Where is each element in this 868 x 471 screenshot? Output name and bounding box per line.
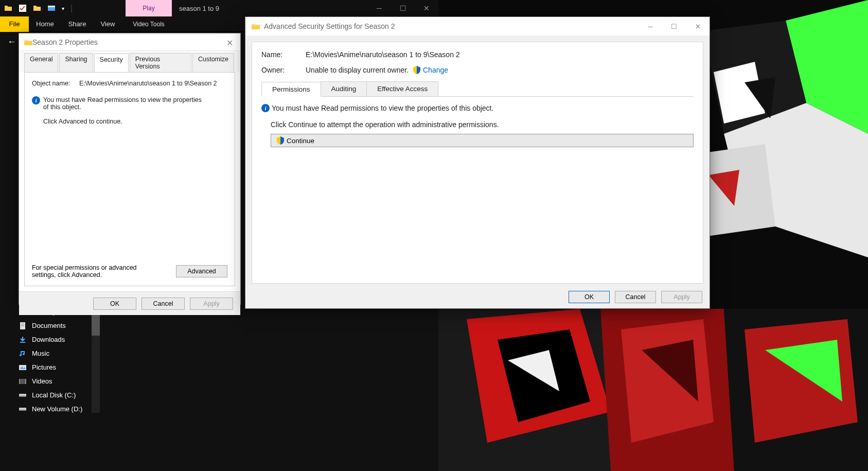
owner-label: Owner: [261, 66, 306, 74]
tab-sharing[interactable]: Sharing [59, 53, 93, 72]
svg-rect-31 [25, 379, 26, 384]
minimize-button[interactable]: ─ [639, 17, 662, 36]
svg-marker-16 [745, 319, 858, 443]
advanced-button[interactable]: Advanced [176, 265, 227, 277]
file-tab[interactable]: File [0, 16, 29, 32]
shield-icon [413, 66, 421, 74]
minimize-button[interactable]: ─ [367, 0, 391, 16]
ok-button[interactable]: OK [93, 298, 136, 310]
svg-rect-35 [19, 410, 26, 411]
svg-marker-13 [621, 319, 714, 443]
folder-icon [4, 4, 12, 12]
advanced-security-dialog: Advanced Security Settings for Season 2 … [245, 16, 710, 309]
tab-general[interactable]: General [24, 53, 58, 72]
close-button[interactable]: ✕ [222, 37, 237, 49]
cancel-button[interactable]: Cancel [141, 298, 185, 310]
nav-sidebar: Desktop Documents Downloads Music Pictur… [0, 305, 98, 416]
ok-button[interactable]: OK [569, 291, 610, 303]
sidebar-item-videos[interactable]: Videos [0, 374, 98, 388]
apply-button[interactable]: Apply [661, 291, 702, 303]
dropdown-icon[interactable]: ▾ [62, 6, 64, 11]
documents-icon [19, 322, 27, 330]
folder-icon [24, 39, 32, 46]
checklist-icon [19, 4, 27, 12]
object-name-value: E:\Movies\Anime\naruto\season 1 to 9\Sea… [79, 80, 217, 87]
svg-rect-20 [48, 6, 55, 7]
maximize-button[interactable]: ☐ [391, 0, 415, 16]
sidebar-item-downloads[interactable]: Downloads [0, 333, 98, 346]
properties-dialog: Season 2 Properties ✕ General Sharing Se… [19, 33, 241, 305]
object-name-label: Object name: [32, 80, 79, 87]
window-title: season 1 to 9 [179, 0, 219, 16]
sidebar-label: Videos [32, 377, 52, 385]
close-button[interactable]: ✕ [686, 17, 710, 36]
name-value: E:\Movies\Anime\naruto\season 1 to 9\Sea… [306, 50, 460, 59]
downloads-icon [19, 336, 27, 344]
svg-rect-30 [19, 379, 20, 384]
svg-rect-29 [19, 379, 26, 384]
sidebar-label: Local Disk (C:) [32, 391, 76, 399]
svg-rect-26 [20, 342, 25, 343]
tab-auditing[interactable]: Auditing [321, 81, 367, 96]
advanced-hint: For special permissions or advanced sett… [32, 264, 155, 278]
security-info-message: You must have Read permissions to view t… [272, 104, 493, 112]
music-icon [19, 350, 27, 358]
tab-customize[interactable]: Customize [192, 53, 234, 72]
owner-value: Unable to display current owner. [306, 66, 409, 74]
permissions-panel: i You must have Read permissions to view… [261, 97, 694, 147]
disk-icon [19, 391, 27, 399]
continue-message: Click Continue to attempt the operation … [271, 120, 694, 129]
videos-icon [19, 377, 27, 386]
properties-tabs: General Sharing Security Previous Versio… [19, 51, 240, 72]
tab-permissions[interactable]: Permissions [261, 82, 321, 97]
back-arrow-icon[interactable]: ← [4, 37, 20, 47]
ribbon-tab-home[interactable]: Home [29, 16, 61, 32]
ribbon-tab-view[interactable]: View [93, 16, 122, 32]
info-message-1: You must have Read permissions to view t… [43, 96, 208, 111]
sidebar-item-documents[interactable]: Documents [0, 319, 98, 333]
continue-label: Continue [287, 137, 314, 145]
continue-button[interactable]: Continue [271, 134, 694, 147]
tab-security[interactable]: Security [94, 54, 129, 73]
sidebar-label: Music [32, 350, 49, 357]
security-panel: Object name: E:\Movies\Anime\naruto\seas… [24, 72, 235, 286]
properties-button-row: OK Cancel Apply [19, 291, 240, 315]
explorer-titlebar: ▾ | Play season 1 to 9 ─ ☐ ✕ [0, 0, 438, 16]
sidebar-label: Documents [32, 322, 66, 329]
folder-icon [33, 4, 41, 12]
security-body: Name: E:\Movies\Anime\naruto\season 1 to… [252, 42, 703, 284]
svg-rect-25 [21, 325, 24, 326]
play-context-tab[interactable]: Play [126, 0, 172, 16]
folder-icon [252, 23, 260, 30]
cancel-button[interactable]: Cancel [615, 291, 656, 303]
maximize-button[interactable]: ☐ [662, 17, 686, 36]
svg-rect-33 [19, 396, 26, 397]
info-message-2: Click Advanced to continue. [43, 118, 208, 125]
shield-icon [276, 136, 285, 145]
close-button[interactable]: ✕ [415, 0, 438, 16]
security-tabs: Permissions Auditing Effective Access [261, 81, 694, 97]
change-owner-link[interactable]: Change [423, 66, 448, 74]
sidebar-label: Downloads [32, 336, 65, 343]
sidebar-label: New Volume (D:) [32, 405, 82, 413]
properties-titlebar[interactable]: Season 2 Properties ✕ [19, 33, 240, 51]
name-label: Name: [261, 50, 306, 59]
properties-title: Season 2 Properties [32, 38, 98, 46]
tab-effective-access[interactable]: Effective Access [366, 81, 438, 96]
apply-button[interactable]: Apply [190, 298, 233, 310]
sidebar-label: Pictures [32, 363, 56, 371]
info-icon: i [32, 96, 40, 104]
sidebar-item-local-disk-c[interactable]: Local Disk (C:) [0, 388, 98, 402]
security-titlebar[interactable]: Advanced Security Settings for Season 2 … [245, 17, 710, 36]
sidebar-item-new-volume-d[interactable]: New Volume (D:) [0, 402, 98, 416]
security-button-row: OK Cancel Apply [569, 291, 702, 303]
security-title: Advanced Security Settings for Season 2 [264, 22, 395, 30]
sidebar-item-pictures[interactable]: Pictures [0, 360, 98, 374]
pictures-icon [19, 363, 27, 372]
info-icon: i [261, 104, 270, 112]
video-tools-tab[interactable]: Video Tools [126, 16, 172, 32]
sidebar-item-music[interactable]: Music [0, 346, 98, 360]
ribbon-tab-share[interactable]: Share [61, 16, 94, 32]
tab-previous-versions[interactable]: Previous Versions [130, 53, 191, 72]
properties-icon [47, 4, 56, 12]
